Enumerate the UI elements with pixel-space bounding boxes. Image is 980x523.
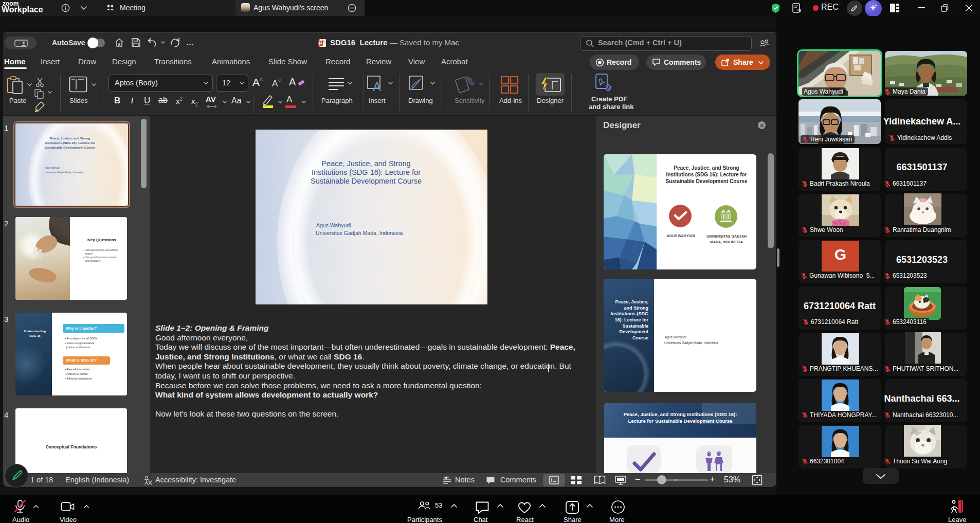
svg-text:A: A [373, 80, 381, 93]
svg-text:P: P [319, 41, 322, 46]
